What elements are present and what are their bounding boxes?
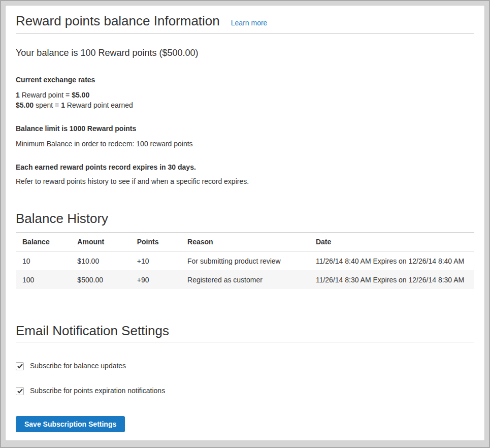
rate-line-currency-to-point: $5.00 spent = 1 Reward point earned	[16, 101, 133, 109]
email-notification-settings-title: Email Notification Settings	[16, 323, 474, 338]
balance-history-table: Balance Amount Points Reason Date 10 $10…	[16, 232, 474, 289]
cell-date: 11/26/14 8:30 AM Expires on 12/26/14 8:3…	[309, 270, 474, 289]
cell-amount: $500.00	[71, 270, 130, 289]
checkmark-icon	[17, 389, 23, 394]
balance-updates-checkbox[interactable]	[16, 362, 24, 370]
subscribe-balance-updates-option[interactable]: Subscribe for balance updates	[16, 361, 126, 371]
rate-line2-text: spent =	[34, 101, 61, 109]
option-label: Subscribe for balance updates	[30, 361, 126, 371]
table-header: Balance Amount Points Reason Date	[16, 233, 474, 251]
cell-reason: Registered as customer	[181, 270, 309, 289]
expiration-note: Refer to reward points history to see if…	[16, 177, 474, 186]
column-header-reason: Reason	[181, 233, 309, 251]
table-row: 10 $10.00 +10 For submitting product rev…	[16, 251, 474, 271]
column-header-balance: Balance	[16, 233, 71, 251]
page-header: Reward points balance Information Learn …	[16, 13, 474, 28]
header-divider	[16, 33, 474, 34]
minimum-balance-text: Minimum Balance in order to redeem: 100 …	[16, 139, 474, 149]
notification-divider	[16, 342, 474, 342]
cell-date: 11/26/14 8:40 AM Expires on 12/26/14 8:4…	[309, 251, 474, 271]
balance-history-title: Balance History	[16, 211, 474, 226]
rate-currency-value: $5.00	[72, 91, 89, 99]
column-header-points: Points	[130, 233, 181, 251]
earned-points-value: 1	[61, 101, 65, 109]
screen: Reward points balance Information Learn …	[0, 0, 490, 448]
cell-points: +90	[130, 270, 181, 289]
column-header-date: Date	[309, 233, 474, 251]
column-header-amount: Amount	[71, 233, 130, 251]
balance-limit-text: Balance limit is 1000 Reward points	[16, 124, 474, 134]
cell-balance: 100	[16, 270, 71, 289]
cell-balance: 10	[16, 251, 71, 271]
cell-amount: $10.00	[71, 251, 130, 271]
rate-line2-rest: Reward point earned	[65, 101, 133, 109]
exchange-rate-lines: 1 Reward point = $5.00$5.00 spent = 1 Re…	[16, 90, 474, 110]
rate-points-value: 1	[16, 91, 20, 99]
expiration-heading: Each earned reward points record expires…	[16, 163, 474, 172]
balance-summary: Your balance is 100 Reward points ($500.…	[16, 47, 474, 58]
subscribe-points-expiration-option[interactable]: Subscribe for points expiration notifica…	[16, 386, 165, 396]
rate-line1-text: Reward point =	[20, 91, 72, 99]
table-row: 100 $500.00 +90 Registered as customer 1…	[16, 270, 474, 289]
option-label: Subscribe for points expiration notifica…	[30, 386, 165, 396]
cell-reason: For submitting product review	[181, 251, 309, 271]
page-title: Reward points balance Information	[16, 13, 220, 28]
cell-points: +10	[130, 251, 181, 271]
rate-line-point-to-currency: 1 Reward point = $5.00	[16, 91, 89, 99]
points-expiration-checkbox[interactable]	[16, 387, 24, 395]
reward-points-panel: Reward points balance Information Learn …	[5, 5, 485, 441]
checkmark-icon	[17, 364, 23, 369]
spend-currency-value: $5.00	[16, 101, 34, 109]
save-subscription-settings-button[interactable]: Save Subscription Settings	[16, 416, 125, 432]
learn-more-link[interactable]: Learn more	[231, 19, 268, 27]
exchange-rates-heading: Current exchange rates	[16, 75, 474, 85]
